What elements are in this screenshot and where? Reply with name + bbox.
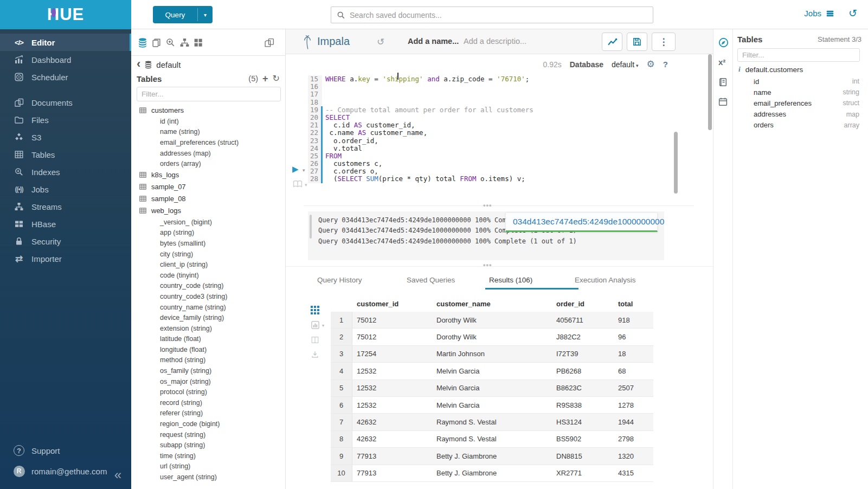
sql-code-editor[interactable]: 15WHERE a.key = 'shipping' and a.zip_cod… [308, 75, 668, 183]
database-breadcrumb[interactable]: ‹ default [137, 60, 181, 70]
column-item[interactable]: country_code (string) [131, 281, 285, 292]
apps-grid-icon[interactable] [193, 37, 203, 48]
assist-compass-icon[interactable] [718, 37, 729, 48]
code-line-17[interactable]: 17 [308, 91, 668, 98]
add-table-icon[interactable]: + [262, 74, 268, 83]
sitemap-icon[interactable] [179, 37, 190, 48]
sql-databases-icon[interactable] [137, 37, 148, 48]
execute-query-button[interactable]: ▶ [292, 165, 299, 173]
right-column-addresses[interactable]: addressesmap [733, 109, 868, 120]
code-line-21[interactable]: 21 c.id AS customer_id, [308, 121, 668, 129]
result-row-3[interactable]: 317254Martin JohnsonI72T3918 [331, 346, 653, 363]
sidebar-item-hbase[interactable]: HBase [0, 215, 131, 233]
code-line-19[interactable]: 19-- Compute total amount per order for … [308, 106, 668, 114]
functions-icon[interactable]: x² [718, 57, 725, 67]
download-icon[interactable] [311, 350, 329, 359]
refresh-icon[interactable]: ↻ [273, 74, 280, 83]
result-row-7[interactable]: 742632Raymond S. VestalHS31241944 [331, 414, 653, 430]
column-item[interactable]: subapp (string) [131, 440, 285, 451]
column-item[interactable]: client_ip (string) [131, 259, 285, 270]
query-name-field[interactable]: Add a name... [408, 37, 459, 46]
column-item[interactable]: _version_ (bigint) [131, 217, 285, 228]
column-item[interactable]: code (tinyint) [131, 270, 285, 281]
code-line-22[interactable]: 22 c.name AS customer_name, [308, 129, 668, 137]
main-scrollbar[interactable] [708, 54, 712, 130]
chart-type-caret[interactable]: ▾ [322, 323, 324, 328]
resize-handle-bottom[interactable]: ••• [483, 261, 492, 268]
settings-gear-icon[interactable]: ⚙ [647, 60, 655, 69]
column-header-total[interactable]: total [614, 300, 653, 308]
result-row-2[interactable]: 275012Dorothy WilkJ882C296 [331, 329, 653, 345]
presentation-options-caret[interactable]: ▾ [305, 182, 307, 188]
column-item[interactable]: user_agent (string) [131, 472, 285, 482]
chart-settings-button[interactable] [602, 33, 622, 51]
sidebar-item-files[interactable]: Files [0, 111, 131, 128]
more-actions-button[interactable]: ⋮ [652, 33, 676, 51]
sidebar-item-importer[interactable]: ⇄Importer [0, 250, 131, 267]
column-item[interactable]: name (string) [131, 127, 285, 138]
new-query-button[interactable]: Query ▾ [153, 6, 213, 23]
result-row-10[interactable]: 1077913Betty J. GiambroneXR27714315 [331, 465, 653, 482]
column-item[interactable]: protocol (string) [131, 387, 285, 397]
column-item[interactable]: os_family (string) [131, 365, 285, 376]
info-icon[interactable]: i [738, 65, 741, 74]
sidebar-item-security[interactable]: Security [0, 233, 131, 250]
table-item-k8s_logs[interactable]: k8s_logs [131, 169, 285, 181]
tab-results-106-[interactable]: Results (106) [489, 276, 532, 284]
table-item-sample_08[interactable]: sample_08 [131, 193, 285, 205]
sidebar-item-user[interactable]: R romain@gethue.com [0, 461, 131, 481]
code-line-18[interactable]: 18 [308, 99, 668, 106]
chart-view-icon[interactable]: ▾ [311, 320, 329, 330]
result-row-6[interactable]: 612532Melvin GarciaR9S8381278 [331, 397, 653, 414]
tab-saved-queries[interactable]: Saved Queries [407, 276, 455, 284]
column-item[interactable]: country_name (string) [131, 302, 285, 313]
sidebar-item-s3[interactable]: S3 [0, 128, 131, 146]
column-item[interactable]: method (string) [131, 355, 285, 366]
active-table-row[interactable]: i default.customers [738, 65, 803, 74]
schedule-calendar-icon[interactable] [718, 96, 728, 107]
column-item[interactable]: url (string) [131, 461, 285, 472]
result-row-1[interactable]: 175012Dorothy Wilk4056711918 [331, 312, 653, 329]
code-line-24[interactable]: 24 v.total [308, 145, 668, 152]
column-item[interactable]: extension (string) [131, 323, 285, 334]
query-description-field[interactable]: Add a descriptio... [464, 37, 526, 46]
column-item[interactable]: referer (string) [131, 408, 285, 419]
column-header-customer_id[interactable]: customer_id [352, 300, 432, 308]
tab-query-history[interactable]: Query History [317, 276, 362, 284]
right-filter-input[interactable] [737, 48, 860, 62]
sidebar-item-jobs[interactable]: ((•))Jobs [0, 181, 131, 198]
language-reference-icon[interactable] [718, 77, 728, 87]
zoom-search-icon[interactable] [165, 37, 176, 48]
column-item[interactable]: record (string) [131, 397, 285, 408]
editor-scrollbar[interactable] [674, 132, 678, 194]
column-item[interactable]: country_code3 (string) [131, 291, 285, 302]
code-line-15[interactable]: 15WHERE a.key = 'shipping' and a.zip_cod… [308, 75, 668, 83]
code-line-20[interactable]: 20SELECT [308, 114, 668, 121]
hue-logo[interactable]: HUE [0, 0, 131, 29]
right-column-id[interactable]: idint [733, 76, 868, 87]
column-item[interactable]: orders (array) [131, 158, 285, 169]
column-item[interactable]: latitude (float) [131, 334, 285, 345]
grid-view-icon[interactable] [311, 306, 329, 314]
right-column-orders[interactable]: ordersarray [733, 120, 868, 131]
code-line-16[interactable]: 16 [308, 83, 668, 91]
sidebar-item-support[interactable]: ? Support [0, 440, 131, 461]
query-id-link[interactable]: 034d413ec7474ed5:4249de1000000000 [513, 217, 664, 227]
table-item-sample_07[interactable]: sample_07 [131, 181, 285, 193]
execute-options-caret[interactable]: ▾ [303, 168, 305, 173]
column-item[interactable]: time (string) [131, 451, 285, 461]
column-item[interactable]: app (string) [131, 228, 285, 239]
query-history-icon[interactable]: ↺ [848, 8, 857, 18]
code-line-23[interactable]: 23 o.order_id, [308, 137, 668, 145]
result-row-5[interactable]: 512532Melvin GarciaB8623C2507 [331, 380, 653, 397]
result-row-4[interactable]: 412532Melvin GarciaPB626868 [331, 363, 653, 379]
database-select[interactable]: default▾ [612, 60, 639, 69]
column-item[interactable]: os_major (string) [131, 376, 285, 387]
column-item[interactable]: device_family (string) [131, 312, 285, 323]
editor-history-icon[interactable]: ↺ [377, 36, 384, 48]
code-line-27[interactable]: 27 c.orders o, [308, 168, 668, 175]
resize-handle-top[interactable]: ••• [483, 202, 492, 209]
sidebar-item-editor[interactable]: </>Editor [0, 34, 131, 51]
table-item-web_logs[interactable]: web_logs [131, 205, 285, 217]
code-line-25[interactable]: 25FROM [308, 152, 668, 160]
